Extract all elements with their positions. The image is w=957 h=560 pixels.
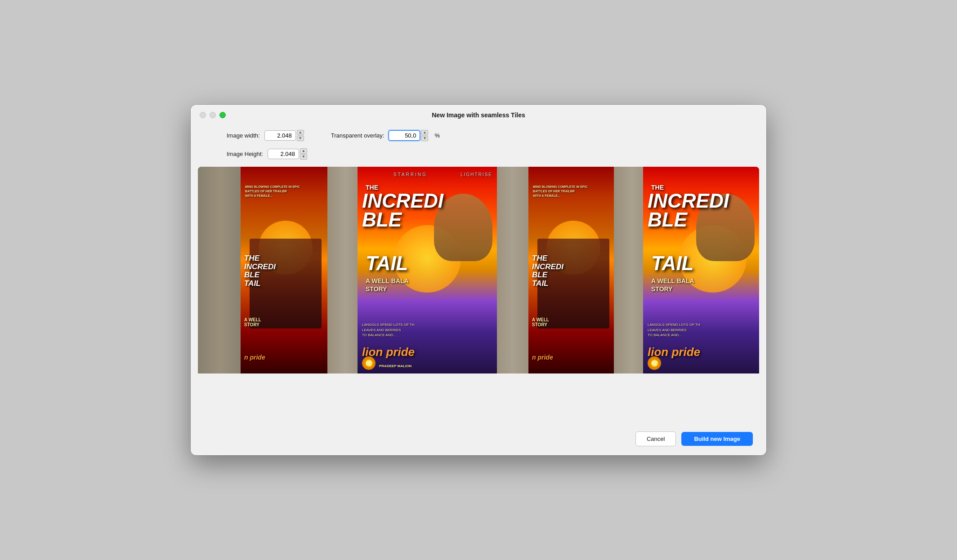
overlay-input[interactable]: [389, 130, 420, 141]
poster-1-text: MIND BLOWING COMPLETE IN EPIC BATTLES OF…: [245, 185, 326, 198]
overlay-label: Transparent overlay:: [331, 132, 385, 139]
overlay-arrows: ▲ ▼: [421, 130, 428, 141]
build-button[interactable]: Build new Image: [681, 432, 753, 446]
poster-tile-4: THE INCREDIBLE TAIL A WELL BALASTORY LAN…: [643, 167, 759, 373]
poster-tile-2: STARRING LIGHTRISE THE INCREDIBLE TAIL A…: [358, 167, 497, 373]
image-width-label: Image width:: [227, 132, 260, 139]
image-width-up[interactable]: ▲: [297, 130, 304, 135]
image-height-label: Image Height:: [227, 151, 263, 157]
emblem-center: ♌: [362, 356, 376, 370]
right-small: LANGOLS SPEND LOTS OF THLEAVES AND BERRI…: [648, 322, 755, 338]
poster-tile-1: MIND BLOWING COMPLETE IN EPIC BATTLES OF…: [241, 167, 331, 373]
image-height-up[interactable]: ▲: [300, 148, 307, 154]
poster-3-pride: n pride: [532, 354, 553, 361]
image-width-input[interactable]: [264, 130, 296, 141]
poster-3-title: THEINCREDIBLETAIL: [532, 254, 563, 288]
image-width-spinner: ▲ ▼: [264, 130, 304, 141]
image-height-spinner: ▲ ▼: [268, 148, 307, 160]
poster-3-line1: MIND BLOWING COMPLETE IN EPIC: [533, 185, 614, 189]
center-incredible: INCREDIBLE: [362, 191, 443, 229]
close-button[interactable]: [200, 112, 206, 118]
overlay-down[interactable]: ▼: [421, 136, 428, 141]
overlay-unit: %: [434, 132, 440, 139]
image-height-down[interactable]: ▼: [300, 154, 307, 160]
poster-tile-3: MIND BLOWING COMPLETE IN EPIC BATTLES OF…: [528, 167, 618, 373]
cancel-button[interactable]: Cancel: [635, 431, 676, 446]
emblem-icon: ♌: [365, 360, 373, 367]
maximize-button[interactable]: [219, 112, 226, 118]
starring-label: STARRING: [394, 172, 427, 177]
main-window: New Image with seamless Tiles Image widt…: [191, 105, 766, 455]
emblem-right-icon: ♌: [651, 360, 658, 367]
title-bar: New Image with seamless Tiles: [191, 105, 766, 123]
image-width-arrows: ▲ ▼: [297, 130, 304, 141]
overlay-group: Transparent overlay: ▲ ▼ %: [331, 130, 440, 141]
poster-3-subtitle: A WELLSTORY: [532, 317, 549, 327]
center-tail: TAIL: [366, 252, 408, 275]
poster-3-line3: WITH A FEMALE...: [533, 194, 614, 198]
image-width-group: Image width: ▲ ▼: [227, 130, 304, 141]
preview-area: MIND BLOWING COMPLETE IN EPIC BATTLES OF…: [198, 167, 759, 422]
lightrise-label: LIGHTRISE: [461, 172, 492, 177]
stone-tile-3: [492, 167, 533, 373]
footer: Cancel Build new Image: [191, 422, 766, 455]
director-label: PRADEEP MALION: [379, 364, 411, 368]
controls-area: Image width: ▲ ▼ Transparent overlay: ▲ …: [191, 123, 766, 148]
image-width-down[interactable]: ▼: [297, 136, 304, 141]
center-small: LANGOLS SPEND LOTS OF THLEAVES AND BERRI…: [362, 322, 492, 338]
stone-tile-1: [198, 167, 243, 373]
right-subtitle: A WELL BALASTORY: [651, 277, 694, 293]
right-tail: TAIL: [651, 252, 694, 275]
poster-1-pride: n pride: [244, 354, 265, 361]
image-height-arrows: ▲ ▼: [300, 148, 307, 160]
poster-1-subtitle: A WELLSTORY: [244, 317, 261, 327]
poster-3-text: MIND BLOWING COMPLETE IN EPIC BATTLES OF…: [533, 185, 614, 198]
center-subtitle: A WELL BALASTORY: [366, 277, 409, 293]
traffic-lights: [200, 112, 226, 118]
overlay-spinner: ▲ ▼: [389, 130, 428, 141]
window-title: New Image with seamless Tiles: [432, 111, 525, 119]
poster-1-line1: MIND BLOWING COMPLETE IN EPIC: [245, 185, 326, 189]
poster-1-line3: WITH A FEMALE...: [245, 194, 326, 198]
preview-canvas: MIND BLOWING COMPLETE IN EPIC BATTLES OF…: [198, 167, 759, 373]
poster-1-line2: BATTLES OF HER TRAILBR: [245, 189, 326, 194]
minimize-button[interactable]: [210, 112, 216, 118]
poster-1-title: THEINCREDIBLETAIL: [244, 254, 276, 288]
right-incredible: INCREDIBLE: [648, 191, 729, 229]
image-height-input[interactable]: [268, 149, 299, 159]
overlay-up[interactable]: ▲: [421, 130, 428, 135]
emblem-right: ♌: [648, 356, 661, 370]
image-height-row: Image Height: ▲ ▼: [191, 148, 766, 167]
poster-3-line2: BATTLES OF HER TRAILBR: [533, 189, 614, 194]
image-height-group: Image Height: ▲ ▼: [227, 148, 730, 160]
